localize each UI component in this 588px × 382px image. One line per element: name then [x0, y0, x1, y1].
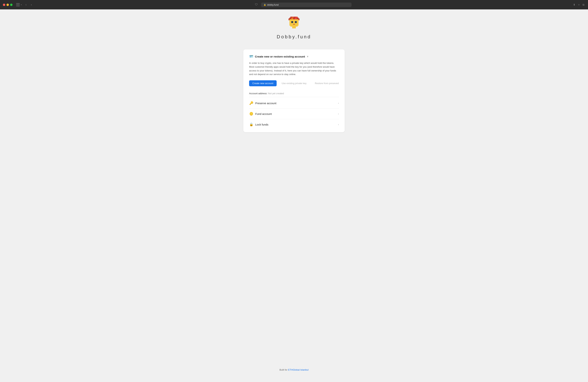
svg-rect-14: [293, 24, 295, 25]
chevron-down-icon: ∨: [307, 55, 309, 58]
fund-account-label: Fund account: [255, 112, 336, 115]
svg-rect-7: [295, 18, 297, 19]
preserve-account-icon: 🔑: [249, 101, 253, 105]
svg-rect-5: [291, 18, 293, 19]
fund-account-icon: 🪙: [249, 112, 253, 116]
url-text: dobby.fund: [267, 3, 279, 6]
traffic-lights: [3, 4, 13, 6]
account-address-row: Account address: Not yet created: [249, 90, 339, 97]
ethglobal-link[interactable]: ETHGlobal Istanbul: [288, 368, 309, 371]
browser-actions: ⬆ + ⧉: [572, 2, 585, 7]
browser-controls: ▾: [16, 3, 22, 6]
lock-funds-label: Lock funds: [255, 123, 336, 126]
svg-rect-15: [290, 25, 298, 27]
close-button[interactable]: [3, 4, 5, 6]
preserve-account-chevron: ›: [338, 102, 339, 105]
card-header[interactable]: 🪪 Create new or restore existing account…: [249, 55, 339, 58]
svg-rect-13: [295, 21, 297, 23]
main-card: 🪪 Create new or restore existing account…: [243, 49, 345, 132]
sidebar-toggle[interactable]: [16, 3, 20, 6]
card-header-icon: 🪪: [249, 55, 253, 58]
new-tab-button[interactable]: +: [578, 2, 580, 7]
shield-icon: 🛡: [254, 2, 259, 7]
fund-account-row[interactable]: 🪙 Fund account ›: [249, 109, 339, 119]
card-description: In order to buy crypto, one has to have …: [249, 61, 339, 76]
account-address-value: Not yet created: [268, 92, 284, 95]
preserve-account-label: Preserve account: [255, 102, 336, 105]
address-bar[interactable]: 🔒 dobby.fund: [261, 2, 352, 7]
lock-funds-row[interactable]: 🔒 Lock funds ›: [249, 119, 339, 127]
create-new-account-button[interactable]: Create new account: [249, 80, 277, 86]
forward-button[interactable]: ›: [30, 3, 33, 7]
minimize-button[interactable]: [6, 4, 9, 6]
svg-rect-16: [292, 27, 296, 28]
footer: Built for ETHGlobal Istanbul: [279, 361, 309, 371]
tabs-button[interactable]: ⧉: [582, 2, 585, 7]
browser-chrome: ▾ ‹ › 🛡 🔒 dobby.fund ⬆ + ⧉: [0, 0, 588, 9]
restore-from-preserved-button[interactable]: Restore from preseved: [312, 80, 342, 86]
chevron-down-icon: ▾: [21, 4, 22, 6]
svg-rect-6: [293, 18, 295, 19]
site-avatar: [287, 17, 301, 31]
back-button[interactable]: ‹: [24, 3, 27, 7]
maximize-button[interactable]: [10, 4, 13, 6]
site-title: Dobby.fund: [277, 34, 311, 40]
fund-account-chevron: ›: [338, 112, 339, 115]
share-button[interactable]: ⬆: [572, 2, 576, 7]
lock-icon: 🔒: [264, 4, 266, 6]
account-address-label: Account address:: [249, 92, 267, 95]
lock-funds-icon: 🔒: [249, 122, 253, 126]
use-existing-key-button[interactable]: Use existing private key: [278, 80, 310, 86]
lock-funds-chevron: ›: [338, 123, 339, 126]
svg-rect-12: [291, 21, 293, 23]
page-wrapper: Dobby.fund 🪪 Create new or restore exist…: [0, 9, 588, 382]
footer-text: Built for: [279, 368, 288, 371]
logo-area: Dobby.fund: [277, 17, 311, 40]
action-buttons: Create new account Use existing private …: [249, 80, 339, 86]
card-header-text: Create new or restore existing account: [255, 55, 305, 58]
preserve-account-row[interactable]: 🔑 Preserve account ›: [249, 98, 339, 109]
